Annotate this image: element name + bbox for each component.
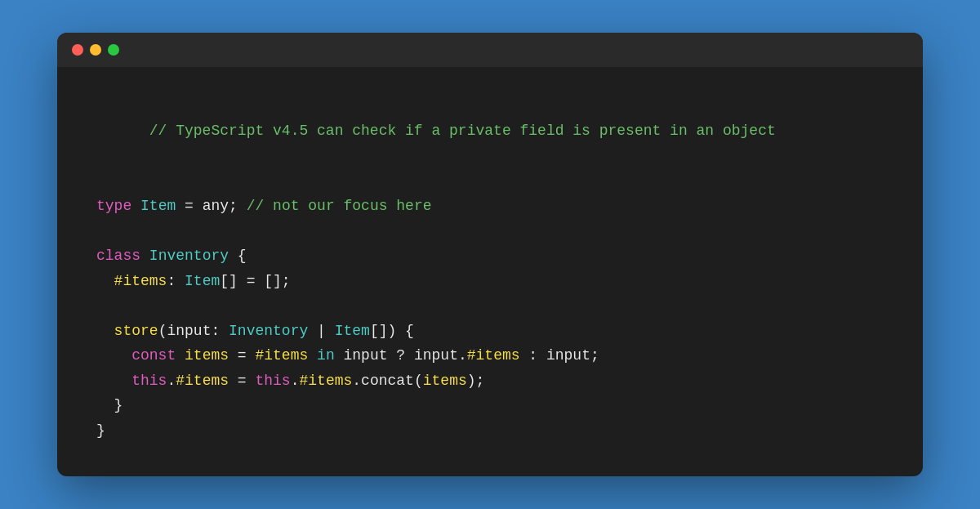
- line-const: const items = #items in input ? input.#i…: [96, 343, 884, 368]
- const-items-var: items: [185, 347, 229, 364]
- this-keyword2: this: [255, 373, 290, 389]
- field-array: [] = [];: [220, 273, 290, 289]
- store-param: input:: [167, 323, 229, 339]
- code-editor: // TypeScript v4.5 can check if a privat…: [57, 67, 923, 476]
- outer-close-text: }: [96, 422, 105, 439]
- field-colon: :: [167, 273, 185, 289]
- const-in: in: [317, 347, 335, 364]
- const-hash-items: #items: [255, 347, 308, 364]
- line-blank-2: [96, 218, 884, 243]
- inner-close-text: }: [96, 397, 122, 413]
- this-concat: .concat(: [352, 373, 422, 389]
- class-space: [140, 248, 149, 264]
- type-keyword: type: [96, 198, 131, 214]
- this-hash: #items: [176, 373, 229, 389]
- const-colon: : input;: [520, 347, 599, 364]
- this-dot: .: [167, 373, 176, 389]
- store-indent: [96, 323, 114, 339]
- field-type: Item: [185, 273, 220, 289]
- const-space2: [308, 347, 317, 364]
- line-outer-close: }: [96, 418, 884, 444]
- class-open-brace: {: [229, 248, 247, 264]
- line-blank-1: [96, 168, 884, 194]
- field-indent: [96, 273, 114, 289]
- line-field: #items: Item[] = [];: [96, 269, 884, 294]
- class-name: Inventory: [149, 248, 229, 264]
- this-close: );: [467, 373, 485, 389]
- line-blank-3: [96, 293, 884, 319]
- titlebar: [57, 33, 923, 67]
- const-keyword: const: [131, 347, 176, 364]
- this-items-arg: items: [423, 373, 467, 389]
- type-comment: // not our focus here: [247, 198, 432, 214]
- const-indent: [96, 347, 131, 364]
- store-type1: Inventory: [229, 323, 308, 339]
- line-class: class Inventory {: [96, 243, 884, 269]
- store-paren-open: (: [158, 323, 167, 339]
- this-hash2: #items: [300, 373, 353, 389]
- maximize-button[interactable]: [108, 44, 119, 56]
- type-any: any;: [203, 198, 247, 214]
- line-inner-close: }: [96, 393, 884, 418]
- store-pipe: |: [308, 323, 334, 339]
- line-this: this.#items = this.#items.concat(items);: [96, 368, 884, 394]
- const-input-hash: #items: [467, 347, 520, 364]
- store-rest: []) {: [370, 323, 414, 339]
- line-store: store(input: Inventory | Item[]) {: [96, 319, 884, 344]
- const-eq: =: [229, 347, 255, 364]
- const-input: input ? input.: [335, 347, 467, 364]
- type-name: Item: [140, 198, 176, 214]
- close-button[interactable]: [72, 44, 83, 56]
- this-eq: =: [229, 373, 255, 389]
- line-type: type Item = any; // not our focus here: [96, 194, 884, 219]
- minimize-button[interactable]: [90, 44, 101, 56]
- this-indent: [96, 373, 131, 389]
- const-space: [176, 347, 185, 364]
- code-window: // TypeScript v4.5 can check if a privat…: [57, 33, 923, 476]
- class-keyword: class: [96, 248, 140, 264]
- comment-text: // TypeScript v4.5 can check if a privat…: [149, 123, 776, 139]
- line-comment: // TypeScript v4.5 can check if a privat…: [96, 93, 884, 168]
- field-private: #items: [114, 273, 167, 289]
- store-name: store: [114, 323, 158, 339]
- this-keyword: this: [131, 373, 167, 389]
- type-eq: =: [176, 198, 202, 214]
- store-type2: Item: [335, 323, 370, 339]
- this-dot2: .: [291, 373, 300, 389]
- type-space: [131, 198, 140, 214]
